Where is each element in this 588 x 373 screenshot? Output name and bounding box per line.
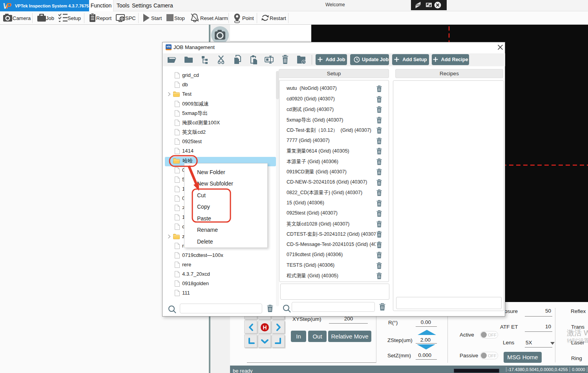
svg-text:H: H — [263, 324, 267, 331]
